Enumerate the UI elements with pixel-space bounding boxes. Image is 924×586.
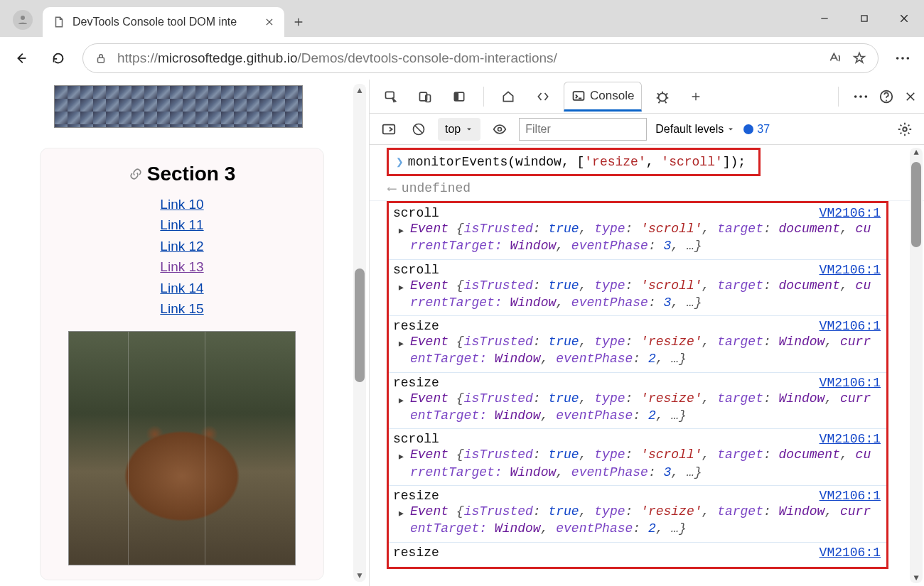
- bug-icon: [655, 89, 670, 104]
- minimize-button[interactable]: [805, 0, 844, 37]
- console-toolbar: top Default levels 37: [370, 114, 924, 145]
- page-link[interactable]: Link 12: [48, 236, 316, 256]
- profile-avatar[interactable]: [13, 10, 33, 30]
- console-log-entry[interactable]: resizeVM2106:1▸Event {isTrusted: true, t…: [389, 372, 886, 429]
- svg-point-3: [896, 57, 899, 60]
- console-scroll-thumb[interactable]: [911, 162, 921, 247]
- link-list: Link 10Link 11Link 12Link 13Link 14Link …: [48, 194, 316, 320]
- page-link[interactable]: Link 15: [48, 298, 316, 319]
- scroll-down-arrow[interactable]: ▼: [353, 570, 366, 580]
- issues-dot-icon: [743, 124, 753, 134]
- scroll-up-arrow[interactable]: ▲: [353, 85, 366, 95]
- console-log-entry[interactable]: scrollVM2106:1▸Event {isTrusted: true, t…: [389, 428, 886, 485]
- context-label: top: [445, 123, 461, 136]
- gear-icon: [897, 121, 913, 137]
- lock-icon: [95, 52, 107, 65]
- console-settings-button[interactable]: [894, 119, 915, 140]
- eye-icon: [493, 122, 507, 136]
- vm-source-link[interactable]: VM2106:1: [820, 432, 881, 446]
- settings-menu-button[interactable]: [890, 45, 915, 71]
- url-text: https://microsoftedge.github.io/Demos/de…: [117, 50, 818, 66]
- return-value: undefined: [402, 181, 471, 195]
- log-levels-select[interactable]: Default levels: [655, 123, 735, 136]
- scroll-down-arrow[interactable]: ▼: [910, 573, 923, 583]
- page-link[interactable]: Link 13: [48, 256, 316, 277]
- svg-point-0: [21, 16, 25, 20]
- more-tabs-button[interactable]: [683, 82, 709, 112]
- svg-rect-2: [98, 58, 104, 63]
- person-icon: [16, 13, 29, 26]
- plus-icon: [690, 91, 702, 102]
- tab-console[interactable]: Console: [564, 82, 642, 112]
- vm-source-link[interactable]: VM2106:1: [820, 206, 881, 220]
- page-link[interactable]: Link 11: [48, 215, 316, 235]
- clear-icon: [412, 122, 426, 136]
- inspect-button[interactable]: [377, 82, 405, 112]
- issues-counter[interactable]: 37: [743, 123, 770, 136]
- page-link[interactable]: Link 14: [48, 278, 316, 298]
- console-log-entry[interactable]: resizeVM2106:1: [389, 542, 886, 564]
- tab-issues[interactable]: [648, 82, 677, 112]
- address-bar[interactable]: https://microsoftedge.github.io/Demos/de…: [82, 43, 879, 73]
- new-tab-button[interactable]: [284, 7, 313, 37]
- page-scroll-thumb[interactable]: [355, 268, 365, 382]
- section-card: Section 3 Link 10Link 11Link 12Link 13Li…: [40, 148, 324, 580]
- tab-welcome[interactable]: [494, 82, 522, 112]
- sidebar-icon: [381, 121, 397, 137]
- console-scrollbar[interactable]: ▲ ▼: [910, 148, 923, 583]
- read-aloud-icon[interactable]: [828, 51, 842, 65]
- scroll-up-arrow[interactable]: ▲: [910, 148, 923, 158]
- browser-tab[interactable]: DevTools Console tool DOM inte: [43, 7, 284, 37]
- vm-source-link[interactable]: VM2106:1: [820, 319, 881, 333]
- console-log-block: scrollVM2106:1▸Event {isTrusted: true, t…: [387, 201, 888, 569]
- toggle-sidebar-button[interactable]: [378, 119, 399, 140]
- refresh-button[interactable]: [45, 45, 71, 71]
- clear-console-button[interactable]: [408, 119, 429, 140]
- url-host: microsoftedge.github.io: [158, 50, 297, 65]
- console-log-entry[interactable]: resizeVM2106:1▸Event {isTrusted: true, t…: [389, 485, 886, 542]
- code-icon: [535, 89, 551, 104]
- arrow-left-icon: [14, 50, 29, 66]
- dock-button[interactable]: [445, 82, 473, 112]
- console-body: ❯ monitorEvents(window, ['resize', 'scro…: [370, 145, 924, 586]
- vm-source-link[interactable]: VM2106:1: [820, 263, 881, 277]
- vm-source-link[interactable]: VM2106:1: [820, 489, 881, 503]
- page-scrollbar[interactable]: ▲ ▼: [353, 84, 366, 582]
- vm-source-link[interactable]: VM2106:1: [820, 376, 881, 390]
- console-log-entry[interactable]: scrollVM2106:1▸Event {isTrusted: true, t…: [389, 259, 886, 316]
- vm-source-link[interactable]: VM2106:1: [820, 546, 881, 560]
- back-button[interactable]: [9, 45, 34, 71]
- svg-point-12: [659, 93, 667, 101]
- live-expression-button[interactable]: [489, 119, 510, 140]
- device-emulation-button[interactable]: [411, 82, 439, 112]
- console-return-row: ⟵ undefined: [370, 178, 924, 201]
- page-link[interactable]: Link 10: [48, 194, 316, 215]
- favorite-icon[interactable]: [852, 51, 866, 65]
- levels-label: Default levels: [655, 123, 724, 136]
- chevron-down-icon: [726, 125, 735, 134]
- help-button[interactable]: [879, 89, 894, 104]
- svg-point-4: [901, 57, 904, 60]
- console-log-entry[interactable]: scrollVM2106:1▸Event {isTrusted: true, t…: [389, 203, 886, 259]
- filter-input[interactable]: [519, 118, 647, 141]
- close-window-button[interactable]: [884, 0, 924, 37]
- context-selector[interactable]: top: [438, 118, 480, 141]
- devtools-close-button[interactable]: [904, 90, 917, 103]
- maximize-button[interactable]: [844, 0, 884, 37]
- chevron-down-icon: [465, 125, 473, 134]
- devtools-menu-button[interactable]: [853, 94, 869, 99]
- close-icon[interactable]: [264, 17, 274, 27]
- devtools-pane: Console top Default levels: [370, 80, 924, 586]
- maximize-icon: [859, 13, 869, 23]
- svg-rect-10: [454, 92, 458, 101]
- plus-icon: [293, 16, 304, 28]
- console-input-row[interactable]: ❯ monitorEvents(window, ['resize', 'scro…: [387, 148, 761, 176]
- help-icon: [879, 89, 894, 104]
- console-log-entry[interactable]: resizeVM2106:1▸Event {isTrusted: true, t…: [389, 315, 886, 372]
- tab-elements[interactable]: [528, 82, 558, 112]
- svg-point-15: [865, 95, 868, 98]
- image-deer: [68, 331, 296, 565]
- devices-icon: [418, 89, 432, 104]
- toolbar-row: https://microsoftedge.github.io/Demos/de…: [0, 37, 924, 80]
- prompt-chevron-icon: ❯: [396, 154, 404, 170]
